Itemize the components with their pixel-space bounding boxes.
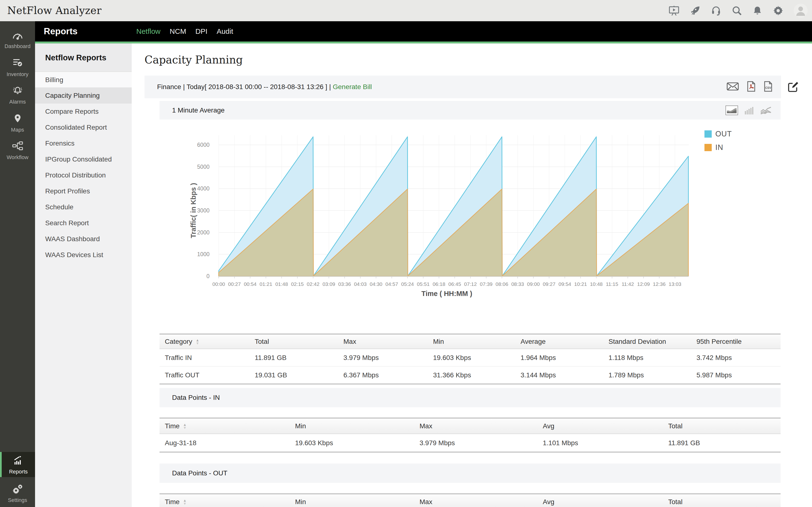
table-cell: 1.789 Mbps [609,371,697,379]
reports-chart-icon [12,455,24,466]
sidebar-item-workflow[interactable]: Workflow [0,137,35,163]
report-item-waas-dashboard[interactable]: WAAS Dashboard [35,231,132,247]
main-content: Capacity Planning Finance | Today[ 2018-… [132,44,812,507]
datapoints-out-table: Time▲▼MinMaxAvgTotal [159,494,780,507]
sidebar: Dashboard Inventory Alarms [0,21,35,507]
report-item-billing[interactable]: Billing [35,72,132,88]
report-item-search-report[interactable]: Search Report [35,215,132,231]
svg-text:6000: 6000 [197,142,209,148]
appbar-tabs: NetflowNCMDPIAudit [136,21,233,42]
chart-type-toggles [725,101,771,119]
svg-text:05:51: 05:51 [417,281,430,287]
legend-item-out[interactable]: OUT [704,130,732,138]
toolbar-export-icons: CSV [726,75,773,98]
column-header-time[interactable]: Time▲▼ [165,498,295,506]
inventory-list-icon [12,57,24,69]
sidebar-item-maps[interactable]: Maps [0,110,35,135]
svg-text:06:45: 06:45 [448,281,461,287]
table-cell: Traffic OUT [165,371,255,379]
sidebar-item-label: Dashboard [5,43,31,50]
svg-text:3000: 3000 [197,207,209,214]
getting-started-rocket-icon[interactable] [690,5,701,16]
table-row: Aug-31-1819.603 Kbps3.979 Mbps1.101 Mbps… [159,434,780,452]
column-header-min: Min [433,338,520,345]
sidebar-item-dashboard[interactable]: Dashboard [0,27,35,52]
report-item-capacity-planning[interactable]: Capacity Planning [35,88,132,104]
svg-text:Traffic( in Kbps ): Traffic( in Kbps ) [190,183,197,238]
sidebar-item-settings[interactable]: Settings [0,481,35,506]
svg-text:2000: 2000 [197,229,209,236]
svg-text:09:27: 09:27 [543,281,556,287]
user-avatar[interactable] [794,4,808,18]
alarm-bell-icon [12,85,24,97]
edit-icon[interactable] [787,81,799,94]
sort-icon[interactable]: ▲▼ [183,499,187,505]
report-scope-text: Finance | Today[ 2018-08-31 00:00 -- 201… [157,83,372,91]
top-header-icons [668,0,808,21]
generate-bill-link[interactable]: Generate Bill [333,83,372,91]
bar-chart-toggle[interactable] [744,106,754,114]
table-cell: 3.979 Mbps [343,354,433,362]
map-pin-icon [12,113,23,125]
panel-title: Netflow Reports [35,44,132,72]
tab-dpi[interactable]: DPI [195,27,207,36]
tab-audit[interactable]: Audit [216,27,233,36]
svg-text:07:39: 07:39 [480,281,493,287]
csv-export-icon[interactable]: CSV [763,81,773,93]
sidebar-item-reports[interactable]: Reports [0,452,35,477]
report-item-report-profiles[interactable]: Report Profiles [35,183,132,199]
table-cell: 3.742 Mbps [697,354,780,362]
appbar-title: Reports [44,21,78,42]
presentation-icon[interactable] [668,5,680,16]
table-cell: 3.144 Mbps [520,371,609,379]
report-item-waas-devices-list[interactable]: WAAS Devices List [35,247,132,263]
sidebar-item-label: Settings [8,497,27,503]
svg-text:08:33: 08:33 [511,281,524,287]
legend-swatch [704,144,712,151]
pdf-export-icon[interactable] [746,81,756,93]
report-item-ipgroup-consolidated[interactable]: IPGroup Consolidated [35,151,132,167]
report-item-consolidated-report[interactable]: Consolidated Report [35,119,132,135]
line-chart-toggle[interactable] [760,106,771,114]
sidebar-item-inventory[interactable]: Inventory [0,55,35,80]
column-header-category[interactable]: Category▲▼ [165,338,255,345]
svg-text:13:03: 13:03 [669,281,681,287]
svg-text:02:42: 02:42 [307,281,319,287]
settings-gear-icon[interactable] [772,5,784,16]
table-row: Traffic IN11.891 GB3.979 Mbps19.603 Kbps… [159,349,780,366]
column-header-max: Max [343,338,433,345]
svg-text:06:18: 06:18 [433,281,445,287]
legend-label: IN [715,143,723,152]
svg-text:01:48: 01:48 [275,281,288,287]
svg-text:11:42: 11:42 [621,281,634,287]
svg-text:00:00: 00:00 [212,281,225,287]
search-icon[interactable] [731,5,743,16]
report-item-schedule[interactable]: Schedule [35,199,132,215]
report-item-protocol-distribution[interactable]: Protocol Distribution [35,167,132,183]
legend-item-in[interactable]: IN [704,143,723,152]
svg-text:04:30: 04:30 [370,281,383,287]
sort-icon[interactable]: ▲▼ [196,338,199,345]
top-header: NetFlow Analyzer [0,0,812,21]
report-item-compare-reports[interactable]: Compare Reports [35,104,132,119]
sort-icon[interactable]: ▲▼ [183,423,187,429]
column-header-average: Average [520,338,609,345]
svg-text:07:12: 07:12 [464,281,477,287]
table-cell: 19.603 Kbps [433,354,520,362]
svg-text:00:27: 00:27 [228,281,241,287]
table-cell: 5.987 Mbps [697,371,780,379]
email-icon[interactable] [726,81,739,92]
sidebar-item-alarms[interactable]: Alarms [0,82,35,107]
svg-text:0: 0 [206,273,209,279]
tab-netflow[interactable]: Netflow [136,27,160,36]
datapoints-in-bar: Data Points - IN [159,388,780,407]
area-chart-toggle[interactable] [725,106,738,115]
column-header-max: Max [419,422,543,430]
report-item-forensics[interactable]: Forensics [35,135,132,151]
support-headset-icon[interactable] [711,5,722,16]
column-header-time[interactable]: Time▲▼ [165,422,295,430]
notifications-bell-icon[interactable] [752,5,763,16]
svg-text:04:57: 04:57 [386,281,398,287]
tab-ncm[interactable]: NCM [170,27,186,36]
svg-text:4000: 4000 [197,185,209,192]
